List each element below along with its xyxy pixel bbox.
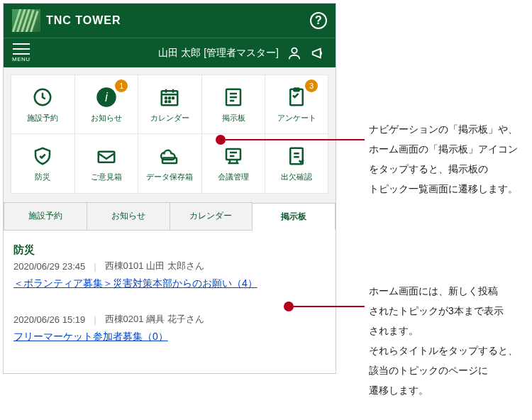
logo-icon: [12, 9, 40, 32]
nav-item-storage[interactable]: データ保存箱: [138, 134, 201, 194]
user-bar: MENU 山田 太郎 [管理者マスター]: [4, 38, 336, 67]
storage-icon: [158, 145, 181, 167]
mailbox-icon: [95, 145, 118, 167]
nav-grid: 施設予約iお知らせ1カレンダー掲示板アンケート3防災ご意見箱データ保存箱会議管理…: [11, 74, 328, 194]
nav-item-label: カレンダー: [150, 113, 189, 123]
nav-item-clock[interactable]: 施設予約: [11, 74, 74, 134]
topic-datetime: 2020/06/26 15:19: [13, 314, 85, 325]
nav-item-shield[interactable]: 防災: [11, 134, 74, 194]
meeting-icon: [222, 145, 245, 167]
nav-item-calendar[interactable]: カレンダー: [138, 74, 201, 134]
topic-meta: 2020/06/29 23:45|西棟0101 山田 太郎さん: [13, 260, 326, 272]
announce-icon[interactable]: [310, 45, 327, 62]
svg-point-0: [292, 48, 297, 52]
tab-施設予約[interactable]: 施設予約: [4, 202, 87, 230]
profile-icon[interactable]: [286, 45, 303, 62]
tab-bar: 施設予約お知らせカレンダー掲示板: [4, 202, 336, 230]
help-icon[interactable]: ?: [310, 12, 327, 29]
nav-item-info[interactable]: iお知らせ1: [74, 74, 138, 134]
nav-item-label: お知らせ: [91, 113, 122, 123]
nav-item-mailbox[interactable]: ご意見箱: [74, 134, 138, 194]
hamburger-icon: [13, 43, 30, 55]
nav-item-label: 掲示板: [222, 113, 245, 123]
svg-rect-13: [99, 152, 115, 162]
attend-icon: [285, 145, 308, 167]
shield-icon: [31, 145, 54, 167]
tab-お知らせ[interactable]: お知らせ: [87, 202, 170, 230]
svg-rect-15: [226, 149, 240, 160]
menu-label: MENU: [12, 56, 31, 62]
nav-item-survey[interactable]: アンケート3: [265, 74, 328, 134]
calendar-icon: [158, 86, 181, 109]
tab-カレンダー[interactable]: カレンダー: [170, 202, 253, 230]
svg-point-8: [165, 101, 167, 102]
badge: 1: [115, 79, 128, 92]
topic-link[interactable]: フリーマーケット参加者募集（0）: [13, 331, 168, 342]
topic-item: 2020/06/26 15:19|西棟0201 綱具 花子さんフリーマーケット参…: [13, 313, 326, 343]
clock-icon: [31, 86, 54, 109]
brand: TNC TOWER: [12, 9, 121, 32]
nav-item-label: 出欠確認: [281, 172, 312, 182]
nav-item-label: 会議管理: [218, 172, 249, 182]
app-frame: TNC TOWER ? MENU 山田 太郎 [管理者マスター] 施設予約iお知…: [3, 3, 336, 374]
svg-point-6: [169, 97, 170, 99]
menu-button[interactable]: MENU: [12, 43, 31, 62]
callout-line-1: [226, 139, 365, 140]
svg-point-5: [165, 97, 167, 99]
topic-author: 西棟0201 綱具 花子さん: [105, 313, 204, 326]
badge: 3: [305, 79, 318, 92]
annotation-1: ナビゲーションの「掲示板」や、ホーム画面の「掲示板」アイコンをタップすると、掲示…: [369, 119, 518, 199]
callout-line-2: [294, 306, 365, 307]
nav-item-label: データ保存箱: [146, 172, 193, 182]
top-bar: TNC TOWER ?: [4, 4, 336, 38]
nav-item-board[interactable]: 掲示板: [201, 74, 265, 134]
topic-item: 防災2020/06/29 23:45|西棟0101 山田 太郎さん＜ボランティア…: [13, 243, 326, 290]
topic-category: 防災: [13, 243, 326, 257]
nav-item-label: アンケート: [277, 113, 316, 123]
topic-datetime: 2020/06/29 23:45: [13, 261, 85, 272]
topic-meta: 2020/06/26 15:19|西棟0201 綱具 花子さん: [13, 313, 326, 326]
topic-author: 西棟0101 山田 太郎さん: [105, 260, 204, 272]
callout-marker-1: [216, 135, 226, 145]
svg-point-7: [172, 97, 174, 99]
survey-icon: [285, 86, 308, 109]
user-name: 山田 太郎 [管理者マスター]: [158, 47, 279, 60]
svg-rect-12: [294, 88, 299, 91]
callout-marker-2: [284, 302, 294, 311]
nav-item-attend[interactable]: 出欠確認: [265, 134, 328, 194]
topic-link[interactable]: ＜ボランティア募集＞災害対策本部からのお願い（4）: [13, 277, 257, 289]
tab-掲示板[interactable]: 掲示板: [253, 203, 336, 231]
annotation-2: ホーム画面には、新しく投稿されたトピックが3本まで表示されます。それらタイトルを…: [369, 281, 518, 400]
nav-item-label: 防災: [35, 172, 50, 182]
nav-grid-wrap: 施設予約iお知らせ1カレンダー掲示板アンケート3防災ご意見箱データ保存箱会議管理…: [4, 67, 336, 201]
info-icon: i: [95, 86, 118, 109]
svg-point-9: [169, 101, 170, 102]
board-icon: [222, 86, 245, 109]
user-area: 山田 太郎 [管理者マスター]: [158, 45, 327, 62]
nav-item-label: ご意見箱: [91, 172, 122, 182]
nav-item-label: 施設予約: [27, 113, 58, 123]
app-title: TNC TOWER: [46, 14, 121, 27]
nav-item-meeting[interactable]: 会議管理: [201, 134, 265, 194]
